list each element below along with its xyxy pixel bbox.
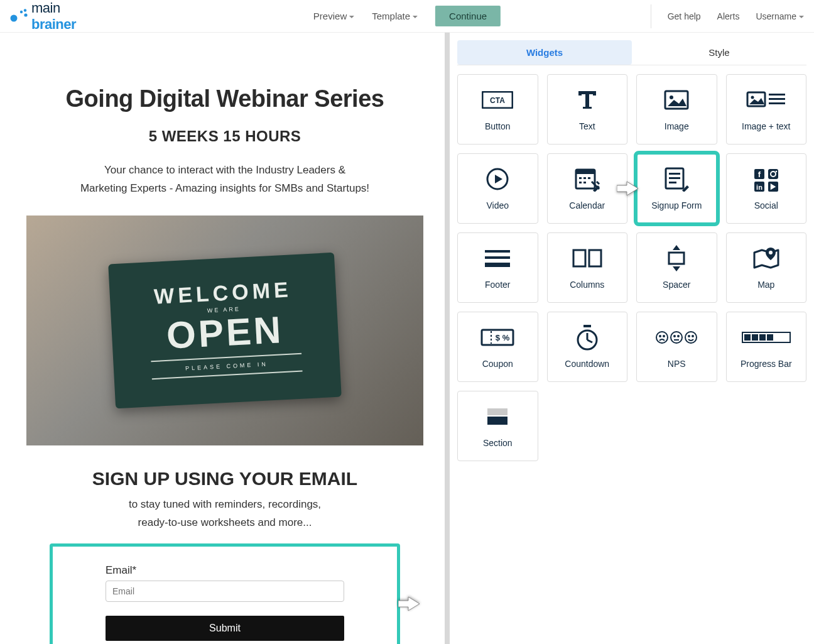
app-header: mainbrainer Preview Template Continue Ge… — [0, 0, 814, 33]
continue-button[interactable]: Continue — [435, 6, 501, 26]
svg-rect-60 — [759, 334, 766, 341]
svg-point-48 — [671, 332, 682, 343]
widget-calendar[interactable]: Calendar — [547, 153, 628, 224]
svg-text:CTA: CTA — [490, 96, 505, 105]
section-icon — [485, 404, 510, 429]
svg-rect-36 — [573, 250, 585, 266]
welcome-sign: WELCOME WE ARE OPEN PLEASE COME IN — [108, 253, 342, 409]
page-title: Going Digital Webinar Series — [19, 85, 431, 112]
image-icon — [664, 87, 689, 112]
header-center-nav: Preview Template Continue — [313, 6, 501, 26]
countdown-icon — [575, 325, 600, 350]
widget-label: Progress Bar — [741, 359, 792, 369]
template-label: Template — [372, 11, 410, 21]
widget-button[interactable]: CTA Button — [457, 74, 538, 145]
email-field[interactable] — [106, 581, 344, 602]
page-subtitle: 5 WEEKS 15 HOURS — [19, 128, 431, 145]
widget-image-text[interactable]: Image + text — [726, 74, 807, 145]
widget-label: Section — [483, 438, 513, 448]
widget-map[interactable]: Map — [726, 232, 807, 303]
widget-video[interactable]: Video — [457, 153, 538, 224]
widget-label: Image + text — [742, 121, 790, 131]
text-icon — [575, 87, 600, 112]
chevron-down-icon — [349, 16, 354, 18]
get-help-link[interactable]: Get help — [668, 11, 701, 21]
svg-rect-43 — [583, 325, 591, 327]
logo-icon — [10, 9, 28, 24]
tab-style[interactable]: Style — [632, 40, 806, 65]
page-canvas[interactable]: Going Digital Webinar Series 5 WEEKS 15 … — [0, 33, 450, 644]
preview-label: Preview — [313, 11, 347, 21]
footer-icon — [484, 246, 511, 271]
svg-rect-63 — [487, 417, 507, 425]
widget-image[interactable]: Image — [636, 74, 717, 145]
chevron-down-icon — [413, 16, 418, 18]
svg-text:f: f — [758, 170, 761, 179]
columns-icon — [572, 246, 602, 271]
svg-rect-16 — [579, 177, 582, 179]
svg-text:in: in — [756, 183, 762, 191]
template-dropdown[interactable]: Template — [372, 11, 418, 21]
tab-widgets[interactable]: Widgets — [457, 40, 632, 65]
alerts-link[interactable]: Alerts — [717, 11, 740, 21]
widget-label: Video — [486, 200, 509, 210]
hero-image: WELCOME WE ARE OPEN PLEASE COME IN — [26, 216, 423, 445]
svg-rect-18 — [588, 177, 590, 179]
widget-text[interactable]: Text — [547, 74, 628, 145]
widget-countdown[interactable]: Countdown — [547, 312, 628, 382]
svg-rect-23 — [669, 177, 680, 179]
social-icon: f in — [752, 166, 781, 192]
cta-icon: CTA — [482, 87, 513, 112]
svg-rect-24 — [669, 182, 676, 183]
map-icon — [752, 246, 781, 271]
split-handle[interactable] — [445, 33, 450, 644]
widget-social[interactable]: f in Social — [726, 153, 807, 224]
svg-rect-10 — [769, 94, 785, 96]
widget-columns[interactable]: Columns — [547, 232, 628, 303]
preview-dropdown[interactable]: Preview — [313, 11, 354, 21]
widget-nps[interactable]: NPS — [636, 312, 717, 382]
svg-rect-35 — [485, 263, 510, 267]
svg-point-39 — [769, 251, 773, 254]
svg-point-47 — [656, 332, 668, 343]
widget-coupon[interactable]: $ % Coupon — [457, 312, 538, 382]
widget-progress-bar[interactable]: Progress Bar — [726, 312, 807, 382]
svg-rect-11 — [769, 98, 785, 100]
widget-section[interactable]: Section — [457, 391, 538, 461]
video-icon — [485, 166, 510, 192]
widget-label: Social — [754, 200, 778, 210]
panel-tabs: Widgets Style — [457, 40, 806, 65]
svg-rect-20 — [583, 182, 586, 183]
logo-text: mainbrainer — [31, 0, 76, 33]
svg-line-46 — [587, 340, 592, 342]
svg-rect-22 — [669, 173, 680, 175]
svg-rect-59 — [752, 334, 758, 341]
submit-button[interactable]: Submit — [106, 616, 344, 641]
widget-label: Countdown — [565, 359, 609, 369]
svg-rect-62 — [487, 408, 507, 415]
username-dropdown[interactable]: Username — [756, 11, 804, 21]
svg-rect-17 — [583, 177, 586, 179]
svg-point-9 — [751, 96, 754, 99]
logo[interactable]: mainbrainer — [10, 0, 76, 33]
svg-point-56 — [692, 336, 693, 337]
email-label: Email* — [106, 564, 344, 577]
svg-rect-61 — [767, 334, 773, 341]
widget-label: Footer — [485, 280, 510, 290]
main-area: Going Digital Webinar Series 5 WEEKS 15 … — [0, 33, 814, 644]
svg-rect-27 — [768, 169, 778, 179]
widget-signup-form[interactable]: Signup Form — [636, 153, 717, 224]
widget-spacer[interactable]: Spacer — [636, 232, 717, 303]
signup-subtext: to stay tuned with reminders, recordings… — [19, 496, 431, 532]
svg-point-1 — [24, 9, 26, 11]
spacer-icon — [664, 246, 689, 271]
username-label: Username — [756, 11, 796, 21]
widget-footer[interactable]: Footer — [457, 232, 538, 303]
arrow-icon — [617, 180, 638, 199]
arrow-icon — [398, 593, 420, 612]
chevron-down-icon — [799, 16, 804, 18]
svg-rect-15 — [576, 170, 595, 174]
signup-form-block[interactable]: Email* Submit — [50, 543, 400, 644]
svg-point-52 — [674, 336, 675, 337]
calendar-icon — [574, 166, 600, 192]
